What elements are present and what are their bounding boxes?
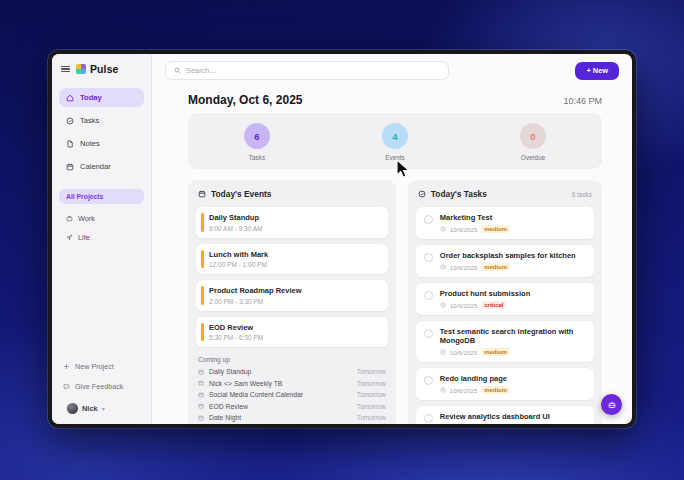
task-item[interactable]: Redo landing page 10/6/2025 medium [416,368,594,400]
page-title-date: Monday, Oct 6, 2025 [188,93,303,107]
feedback-icon [63,383,70,390]
coming-up-item[interactable]: Social Media Content Calendar Tomorrow [198,391,386,398]
task-title: Test semantic search integration with Mo… [440,327,586,345]
ai-assistant-fab[interactable] [601,394,622,415]
user-menu[interactable]: Nick ▾ [59,398,144,416]
sidebar-footer: New Project Give Feedback Nick ▾ [59,358,144,416]
event-time: 9:00 AM - 9:30 AM [209,225,380,232]
stat-events-value: 4 [382,123,408,149]
stat-overdue[interactable]: 0 Overdue [464,123,602,161]
task-checkbox[interactable] [424,253,433,262]
stat-tasks-label: Tasks [249,154,265,161]
task-item[interactable]: Order backsplash samples for kitchen 10/… [416,245,594,277]
check-circle-icon [418,190,426,198]
coming-up-when: Tomorrow [357,368,386,375]
task-date: 10/6/2025 [450,264,478,271]
task-item[interactable]: Review analytics dashboard UI 10/6/2025 … [416,406,594,428]
coming-up-title: Coming up [198,356,386,363]
event-color-bar [201,250,204,269]
sidebar-item-tasks[interactable]: Tasks [59,111,144,130]
coming-up-item[interactable]: Date Night Tomorrow [198,414,386,421]
coming-up-item[interactable]: Daily Standup Tomorrow [198,368,386,375]
current-time: 10:46 PM [563,96,602,106]
task-checkbox[interactable] [424,291,433,300]
columns: Today's Events Daily Standup 9:00 AM - 9… [188,180,602,428]
new-project-button[interactable]: New Project [59,358,144,375]
user-name: Nick [82,404,98,413]
event-time: 5:30 PM - 6:00 PM [209,334,380,341]
calendar-icon [198,380,204,386]
task-title: Redo landing page [440,374,510,383]
calendar-icon [198,392,204,398]
clock-icon [440,387,446,393]
priority-badge: medium [481,424,510,428]
event-item[interactable]: Daily Standup 9:00 AM - 9:30 AM [196,207,388,238]
coming-up-when: Tomorrow [357,403,386,410]
project-item-life[interactable]: Life [59,229,144,246]
avatar [67,403,78,414]
all-projects-label[interactable]: All Projects [59,189,144,204]
search-input[interactable] [186,66,440,75]
task-checkbox[interactable] [424,215,433,224]
tasks-count: 6 tasks [572,191,592,198]
life-icon [66,234,73,241]
event-color-bar [201,323,204,342]
event-title: EOD Review [209,323,380,332]
coming-up-name: Nick <> Sam Weekly TB [209,380,282,387]
home-icon [66,94,74,102]
event-color-bar [201,213,204,232]
new-project-label: New Project [75,362,114,371]
task-checkbox[interactable] [424,414,433,423]
clock-icon [440,302,446,308]
stat-overdue-value: 0 [520,123,546,149]
calendar-icon [66,163,74,171]
project-item-label: Work [78,214,95,223]
assistant-bot-icon [607,400,617,410]
stat-events[interactable]: 4 Events [326,123,464,161]
sidebar-item-label: Today [80,93,102,102]
event-title: Daily Standup [209,213,380,222]
coming-up-when: Tomorrow [357,380,386,387]
calendar-icon [198,190,206,198]
main-area: + New Monday, Oct 6, 2025 10:46 PM 6 Tas… [152,54,632,424]
search-icon [174,67,181,74]
task-date: 10/6/2025 [450,226,478,233]
sidebar-item-label: Calendar [80,162,111,171]
clock-icon [440,349,446,355]
give-feedback-button[interactable]: Give Feedback [59,378,144,395]
task-date: 10/6/2025 [450,349,478,356]
coming-up-item[interactable]: Nick <> Sam Weekly TB Tomorrow [198,380,386,387]
task-title: Order backsplash samples for kitchen [440,251,576,260]
event-time: 2:00 PM - 3:30 PM [209,298,380,305]
stat-tasks[interactable]: 6 Tasks [188,123,326,161]
clock-icon [440,226,446,232]
tasks-card: Today's Tasks 6 tasks Marketing Test 10/… [408,180,602,428]
events-card-title: Today's Events [211,189,271,199]
task-checkbox[interactable] [424,376,433,385]
sidebar-item-calendar[interactable]: Calendar [59,157,144,176]
search-box[interactable] [165,61,449,80]
pulse-logo-icon [76,64,86,74]
task-checkbox[interactable] [424,329,433,338]
event-item[interactable]: Product Roadmap Review 2:00 PM - 3:30 PM [196,280,388,311]
clock-icon [440,264,446,270]
task-title: Product hunt submission [440,289,530,298]
task-item[interactable]: Product hunt submission 10/6/2025 critic… [416,283,594,315]
new-button[interactable]: + New [575,62,619,80]
project-item-work[interactable]: Work [59,210,144,227]
coming-up-item[interactable]: EOD Review Tomorrow [198,403,386,410]
content: Monday, Oct 6, 2025 10:46 PM 6 Tasks 4 E… [152,85,632,424]
task-title: Marketing Test [440,213,510,222]
priority-badge: medium [481,386,510,394]
event-color-bar [201,286,204,305]
sidebar-item-notes[interactable]: Notes [59,134,144,153]
sidebar-item-today[interactable]: Today [59,88,144,107]
document-icon [66,140,74,148]
event-item[interactable]: EOD Review 5:30 PM - 6:00 PM [196,317,388,348]
task-item[interactable]: Test semantic search integration with Mo… [416,321,594,362]
calendar-icon [198,369,204,375]
task-item[interactable]: Marketing Test 10/6/2025 medium [416,207,594,239]
menu-icon[interactable] [61,66,70,73]
task-date: 10/6/2025 [450,302,478,309]
event-item[interactable]: Lunch with Mark 12:00 PM - 1:00 PM [196,244,388,275]
